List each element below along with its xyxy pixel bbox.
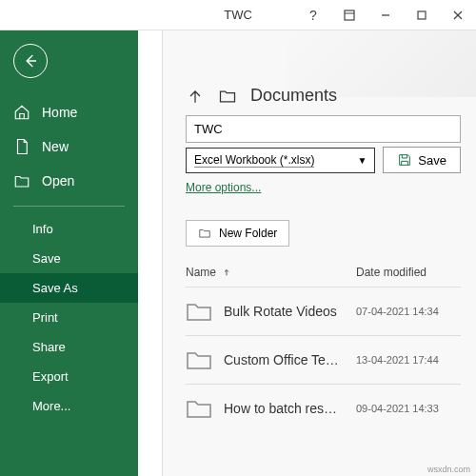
nav-print[interactable]: Print: [0, 303, 138, 332]
nav-new-label: New: [42, 139, 69, 154]
nav-divider: [13, 206, 125, 207]
home-icon: [13, 104, 30, 121]
nav-open[interactable]: Open: [0, 164, 138, 198]
folder-icon: [186, 398, 212, 419]
help-button[interactable]: ?: [295, 8, 331, 23]
svg-rect-0: [345, 10, 354, 20]
new-folder-label: New Folder: [219, 227, 277, 240]
nav-info[interactable]: Info: [0, 214, 138, 244]
fullscreen-icon: [344, 10, 355, 21]
back-arrow-icon: [22, 52, 39, 69]
column-name-header[interactable]: Name: [186, 266, 356, 279]
window-close-button[interactable]: [440, 0, 476, 30]
file-list-header: Name Date modified: [186, 266, 461, 287]
sort-up-icon: [222, 268, 231, 277]
back-button[interactable]: [13, 44, 48, 78]
column-date-header[interactable]: Date modified: [356, 266, 461, 279]
save-disk-icon: [397, 152, 412, 168]
chevron-down-icon: ▼: [357, 155, 367, 166]
file-row[interactable]: How to batch res… 09-04-2021 14:33: [186, 384, 461, 432]
nav-open-label: Open: [42, 173, 74, 188]
window-maximize-button[interactable]: [404, 0, 440, 30]
folder-icon: [218, 87, 237, 106]
watermark: wsxdn.com: [427, 465, 470, 474]
svg-rect-2: [418, 11, 426, 19]
filename-input[interactable]: [186, 115, 461, 143]
file-date: 13-04-2021 17:44: [356, 354, 461, 366]
window-controls: [331, 0, 476, 30]
file-date: 09-04-2021 14:33: [356, 403, 461, 414]
nav-share[interactable]: Share: [0, 332, 138, 362]
titlebar-title: TWC: [224, 8, 252, 22]
filetype-label: Excel Workbook (*.xlsx): [194, 153, 314, 168]
nav-more[interactable]: More...: [0, 391, 138, 421]
file-name: Bulk Rotate Videos: [224, 304, 345, 319]
nav-save[interactable]: Save: [0, 244, 138, 273]
save-button-label: Save: [418, 153, 446, 168]
nav-home-label: Home: [42, 105, 77, 120]
backstage-sidebar: Home New Open Info Save Save As Print Sh…: [0, 30, 138, 476]
new-file-icon: [13, 138, 30, 155]
file-list: Bulk Rotate Videos 07-04-2021 14:34 Cust…: [163, 287, 476, 432]
nav-save-as[interactable]: Save As: [0, 273, 138, 303]
titlebar: TWC ?: [0, 0, 476, 30]
breadcrumb-label: Documents: [250, 86, 337, 106]
folder-icon: [186, 349, 212, 370]
minimize-icon: [380, 10, 391, 21]
folder-icon: [198, 227, 211, 240]
file-name: Custom Office Te…: [224, 352, 345, 367]
open-folder-icon: [13, 172, 30, 189]
left-divider-bar: [138, 30, 163, 476]
nav-new[interactable]: New: [0, 129, 138, 164]
breadcrumb: Documents: [186, 86, 461, 106]
nav-home[interactable]: Home: [0, 95, 138, 129]
file-name: How to batch res…: [224, 401, 345, 416]
close-icon: [452, 10, 464, 21]
window-minimize-button[interactable]: [367, 0, 404, 30]
window-fullscreen-button[interactable]: [331, 0, 367, 30]
filetype-dropdown[interactable]: Excel Workbook (*.xlsx) ▼: [186, 148, 375, 173]
file-date: 07-04-2021 14:34: [356, 306, 461, 317]
up-arrow-icon[interactable]: [186, 87, 205, 106]
save-button[interactable]: Save: [383, 147, 461, 173]
folder-icon: [186, 301, 212, 322]
maximize-icon: [416, 10, 427, 21]
file-row[interactable]: Bulk Rotate Videos 07-04-2021 14:34: [186, 287, 461, 335]
new-folder-button[interactable]: New Folder: [186, 220, 289, 247]
main-panel: Documents Excel Workbook (*.xlsx) ▼ Save…: [163, 30, 476, 476]
column-name-label: Name: [186, 266, 216, 279]
more-options-link[interactable]: More options...: [186, 181, 261, 194]
file-row[interactable]: Custom Office Te… 13-04-2021 17:44: [186, 335, 461, 384]
nav-export[interactable]: Export: [0, 362, 138, 391]
